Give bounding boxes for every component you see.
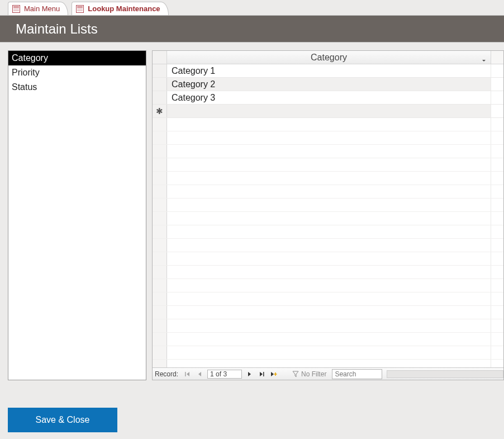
column-header-label: Category bbox=[311, 53, 347, 63]
tabs-row: Main Menu Lookup Maintenance bbox=[0, 0, 504, 15]
horizontal-scrollbar[interactable] bbox=[387, 370, 503, 378]
tab-label: Lookup Maintenance bbox=[88, 4, 160, 13]
grid-header: Category bbox=[153, 51, 503, 64]
tab-lookup-maintenance[interactable]: Lookup Maintenance bbox=[72, 2, 168, 15]
search-input[interactable]: Search bbox=[332, 369, 382, 379]
first-record-button[interactable] bbox=[183, 370, 193, 379]
svg-rect-9 bbox=[263, 372, 264, 376]
content: Category Priority Status Category Catego… bbox=[0, 43, 504, 381]
cell-category[interactable] bbox=[167, 105, 491, 117]
table-row[interactable]: Category 2 bbox=[153, 78, 503, 91]
column-header-category[interactable]: Category bbox=[167, 51, 491, 64]
lists-panel: Category Priority Status bbox=[8, 50, 146, 380]
next-record-button[interactable] bbox=[244, 370, 254, 379]
svg-rect-6 bbox=[77, 8, 83, 10]
column-filter-dropdown-icon[interactable] bbox=[482, 55, 486, 60]
tab-label: Main Menu bbox=[24, 4, 60, 13]
grid: Category Category 1 Category 2 bbox=[152, 50, 504, 380]
filter-toggle[interactable]: No Filter bbox=[289, 370, 330, 378]
svg-rect-3 bbox=[13, 10, 19, 11]
record-position-input[interactable]: 1 of 3 bbox=[207, 370, 242, 379]
list-item-priority[interactable]: Priority bbox=[8, 65, 146, 80]
cell-category[interactable]: Category 1 bbox=[167, 64, 491, 77]
new-record-icon: ✱ bbox=[153, 105, 167, 117]
filter-label: No Filter bbox=[301, 370, 326, 378]
select-all-cell[interactable] bbox=[153, 51, 167, 64]
svg-rect-8 bbox=[185, 372, 186, 376]
grid-body: Category 1 Category 2 Category 3 ✱ bbox=[153, 64, 503, 367]
page-title: Maintain Lists bbox=[16, 21, 98, 37]
cell-gutter bbox=[491, 91, 503, 104]
column-gutter bbox=[491, 51, 503, 64]
tab-main-menu[interactable]: Main Menu bbox=[8, 2, 68, 15]
table-row[interactable]: Category 1 bbox=[153, 64, 503, 78]
header-bar: Maintain Lists bbox=[0, 15, 504, 43]
filter-icon bbox=[292, 371, 299, 377]
cell-gutter bbox=[491, 105, 503, 117]
prev-record-button[interactable] bbox=[195, 370, 205, 379]
list-item-status[interactable]: Status bbox=[8, 80, 146, 95]
footer: Save & Close bbox=[0, 381, 504, 432]
record-label: Record: bbox=[155, 370, 178, 378]
new-record-row[interactable]: ✱ bbox=[153, 105, 503, 118]
svg-rect-7 bbox=[77, 10, 83, 11]
grid-panel: Category Category 1 Category 2 bbox=[152, 50, 504, 380]
cell-gutter bbox=[491, 64, 503, 77]
cell-category[interactable]: Category 3 bbox=[167, 91, 491, 104]
new-record-button[interactable] bbox=[269, 370, 279, 379]
list-item-category[interactable]: Category bbox=[8, 51, 146, 65]
cell-category[interactable]: Category 2 bbox=[167, 78, 491, 91]
cell-gutter bbox=[491, 78, 503, 91]
save-and-close-button[interactable]: Save & Close bbox=[8, 408, 117, 432]
svg-rect-2 bbox=[13, 8, 19, 10]
row-selector[interactable] bbox=[153, 91, 167, 104]
form-icon bbox=[12, 4, 21, 13]
record-navigator: Record: 1 of 3 bbox=[153, 367, 503, 380]
svg-rect-1 bbox=[13, 6, 19, 8]
row-selector[interactable] bbox=[153, 78, 167, 91]
form-icon bbox=[75, 4, 84, 13]
table-row[interactable]: Category 3 bbox=[153, 91, 503, 105]
svg-rect-5 bbox=[77, 6, 83, 8]
last-record-button[interactable] bbox=[256, 370, 267, 379]
row-selector[interactable] bbox=[153, 64, 167, 77]
